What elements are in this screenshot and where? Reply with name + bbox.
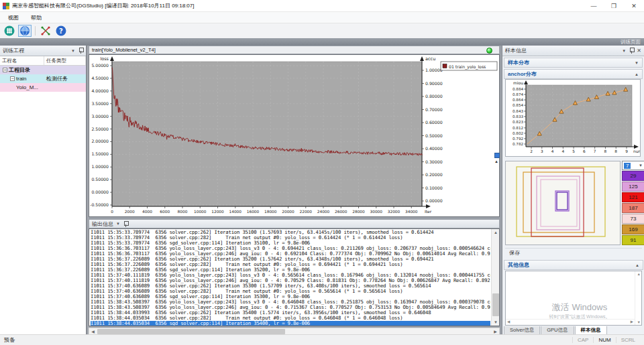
anchor-size-swatch[interactable]: 125 (622, 182, 644, 192)
svg-text:0.812: 0.812 (513, 126, 523, 130)
anchor-size-swatch[interactable]: 187 (622, 203, 644, 213)
scroll-left-icon[interactable]: ◀ (507, 320, 510, 324)
close-icon[interactable]: ✕ (637, 48, 641, 54)
log-vertical-scrollbar[interactable]: ▲ ▼ (491, 229, 499, 326)
svg-text:01 train_yolo_loss: 01 train_yolo_loss (449, 64, 486, 70)
project-tree: −工程目录−train检测任务Yolo_M... (0, 66, 86, 92)
scroll-up-icon[interactable]: ▲ (492, 229, 500, 236)
center-workspace: train[Yolo_Mobilenet_v2_T4] 5.000004.500… (89, 46, 500, 334)
svg-text:0.854: 0.854 (513, 103, 523, 107)
svg-text:10000: 10000 (194, 210, 207, 214)
svg-text:0.823: 0.823 (513, 120, 523, 124)
svg-text:3.00000: 3.00000 (91, 114, 109, 119)
svg-text:8: 8 (604, 149, 607, 153)
svg-text:4.00000: 4.00000 (91, 88, 109, 93)
svg-text:0.874: 0.874 (513, 92, 523, 96)
splitter-handle-icon[interactable] (494, 153, 500, 158)
help-icon[interactable]: ? (54, 25, 68, 37)
svg-text:1.50000: 1.50000 (91, 151, 109, 156)
section-anchor-title: anchor分布 (508, 70, 537, 78)
svg-text:22000: 22000 (300, 210, 313, 214)
save-button[interactable]: 保存 (505, 248, 642, 257)
anchor-count-dropdown[interactable]: 7 ▼ (622, 161, 644, 170)
section-sample-distribution[interactable]: 样本分布 ▼ (504, 58, 643, 68)
svg-text:0.884: 0.884 (513, 87, 523, 91)
pin-icon[interactable] (123, 221, 128, 227)
dropdown-arrow-icon[interactable]: ▼ (622, 49, 626, 53)
keyboard-state-indicators: CAPNUMSCRL (572, 337, 640, 343)
svg-text:Iter: Iter (425, 209, 432, 214)
svg-text:0.00000: 0.00000 (91, 190, 109, 194)
anchor-size-swatch[interactable]: 169 (622, 224, 644, 234)
svg-text:3: 3 (541, 149, 543, 153)
minimize-button[interactable]: — (584, 0, 604, 12)
svg-text:34000: 34000 (405, 210, 418, 214)
scroll-up-icon[interactable]: ▲ (637, 272, 641, 276)
node-graph-icon[interactable] (39, 25, 52, 37)
scroll-down-icon[interactable]: ▼ (637, 320, 641, 324)
menu-help[interactable]: 帮助 (30, 13, 43, 23)
document-tab-bar: train[Yolo_Mobilenet_v2_T4] (89, 46, 500, 54)
svg-text:7: 7 (594, 149, 596, 153)
tool-bar: ? (0, 23, 644, 38)
svg-text:0.792: 0.792 (513, 137, 523, 141)
tree-collapse-icon[interactable]: − (3, 68, 7, 72)
mini-vertical-scrollbar[interactable]: ▲ ▼ (635, 271, 641, 325)
log-line[interactable]: I1011 15:38:44.035034 6356 sgd_solver.cp… (91, 321, 490, 326)
output-log[interactable]: I1011 15:35:33.789774 6356 solver.cpp:26… (89, 228, 500, 326)
scroll-thumb[interactable] (492, 293, 499, 316)
anchor-size-swatch[interactable]: 73 (622, 214, 644, 224)
svg-text:0.90000: 0.90000 (425, 81, 443, 86)
status-cap: CAP (572, 337, 593, 343)
tab-train-yolo[interactable]: train[Yolo_Mobilenet_v2_T4] (92, 47, 156, 53)
collapse-arrow-icon[interactable]: ▲ (635, 72, 639, 76)
section-other-info[interactable]: 其他信息 ▲ (504, 260, 643, 270)
splitter-collapse-icon[interactable]: ▲ (494, 159, 498, 163)
tree-node-type: 检测任务 (44, 74, 86, 83)
svg-text:4: 4 (551, 149, 554, 153)
close-button[interactable]: ✕ (624, 0, 644, 12)
menu-view[interactable]: 视图 (7, 13, 20, 23)
svg-text:6000: 6000 (160, 210, 170, 214)
scroll-right-icon[interactable]: ▶ (631, 320, 633, 324)
project-panel-header: 训练工程 ▼ (0, 46, 86, 56)
collapse-arrow-icon[interactable]: ▲ (635, 263, 639, 267)
tree-collapse-icon[interactable]: − (10, 76, 15, 81)
scroll-thumb[interactable] (97, 329, 285, 334)
scroll-down-icon[interactable]: ▼ (492, 319, 500, 326)
log-lines[interactable]: I1011 15:35:33.789774 6356 solver.cpp:26… (91, 230, 490, 326)
svg-text:2: 2 (530, 149, 533, 153)
anchor-size-swatch[interactable]: 91 (622, 235, 644, 245)
anchor-count-value: 7 (624, 163, 631, 169)
tree-row-train[interactable]: −train检测任务 (0, 74, 86, 83)
pin-icon[interactable] (78, 48, 83, 54)
column-task-type[interactable]: 任务类型 (44, 56, 86, 65)
globe-train-icon[interactable] (18, 25, 32, 37)
tree-row-Yolo_M...[interactable]: Yolo_M... (0, 83, 86, 92)
maximize-button[interactable]: ❐ (604, 0, 624, 12)
column-project-name[interactable]: 工程名 (0, 56, 44, 65)
dropdown-arrow-icon[interactable]: ▼ (71, 49, 75, 53)
collapse-arrow-icon[interactable]: ▼ (635, 61, 639, 65)
anchor-size-swatch[interactable]: 121 (622, 192, 644, 202)
svg-text:2.50000: 2.50000 (91, 127, 109, 131)
svg-text:20000: 20000 (282, 210, 294, 214)
tab-train-page[interactable]: 训练页面 (621, 39, 641, 46)
sample-panel-header: 样本信息 ▼ ✕ (502, 46, 644, 56)
anchor-miou-chart: 0.8840.8740.8640.8540.8430.8330.8230.812… (505, 79, 641, 157)
mini-horizontal-scrollbar[interactable]: ◀ ▶ (506, 319, 635, 325)
dropdown-arrow-icon[interactable]: ▼ (116, 222, 120, 226)
section-other-title: 其他信息 (508, 261, 529, 269)
svg-text:0.10000: 0.10000 (425, 186, 443, 190)
svg-text:1.00000: 1.00000 (425, 68, 443, 72)
svg-text:2000: 2000 (125, 210, 135, 214)
anchor-size-swatch[interactable]: 29 (622, 171, 644, 181)
grid-app-icon[interactable] (3, 25, 16, 37)
section-anchor-distribution[interactable]: anchor分布 ▲ (504, 69, 643, 79)
svg-text:0.70000: 0.70000 (425, 107, 443, 112)
tree-row-工程目录[interactable]: −工程目录 (0, 66, 86, 74)
pin-icon[interactable] (629, 48, 634, 54)
svg-text:miou: miou (513, 80, 523, 85)
dock-strip: 训练页面 (0, 38, 644, 46)
svg-text:3.50000: 3.50000 (91, 101, 109, 106)
